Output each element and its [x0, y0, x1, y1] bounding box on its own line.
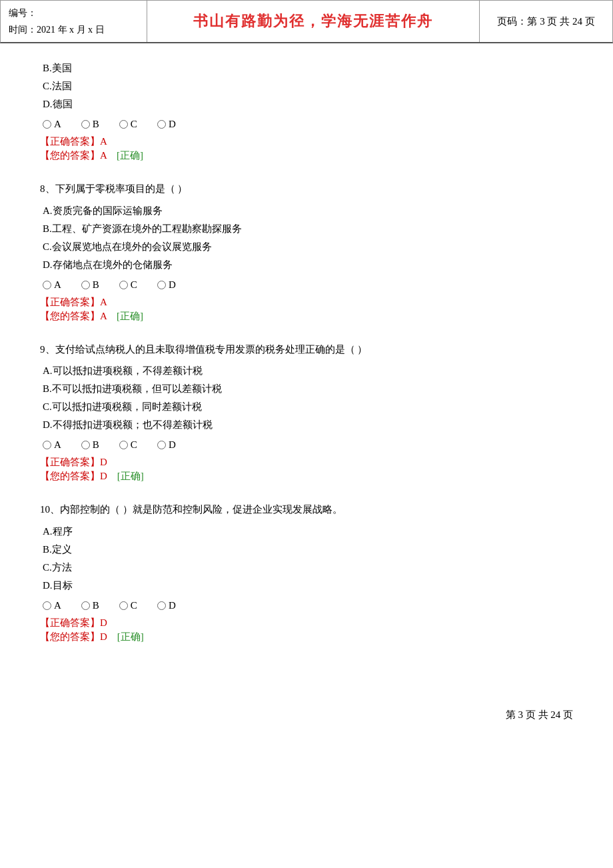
question-block-9: 9、支付给试点纳税人的且未取得增值税专用发票的税务处理正确的是（ ） A.可以抵… — [40, 341, 573, 483]
q10-option-d: D.目标 — [43, 577, 573, 595]
q10-radio-circle-c — [119, 601, 128, 610]
q7-option-c: C.法国 — [43, 77, 573, 95]
q10-question: 10、内部控制的（ ）就是防范和控制风险，促进企业实现发展战略。 — [40, 501, 573, 519]
q9-option-c: C.可以抵扣进项税额，同时差额计税 — [43, 398, 573, 416]
header-left: 编号： 时间：2021 年 x 月 x 日 — [1, 1, 147, 42]
q7-radio-a[interactable]: A — [43, 119, 61, 130]
q10-option-c: C.方法 — [43, 559, 573, 577]
q7-radio-label-b: B — [93, 119, 99, 130]
q10-radio-row: A B C D — [43, 600, 573, 611]
q7-radio-label-c: C — [131, 119, 137, 130]
q8-radio-circle-a — [43, 281, 51, 289]
q9-option-b: B.不可以抵扣进项税额，但可以差额计税 — [43, 380, 573, 398]
q8-radio-a[interactable]: A — [43, 279, 61, 291]
content-area: B.美国 C.法国 D.德国 A B C D 【正确答案】A 【您的答案】A — [0, 59, 613, 689]
q10-radio-circle-a — [43, 601, 51, 610]
q9-radio-label-a: A — [54, 439, 61, 451]
q10-your-answer: 【您的答案】D [正确] — [40, 631, 573, 643]
question-block-10: 10、内部控制的（ ）就是防范和控制风险，促进企业实现发展战略。 A.程序 B.… — [40, 501, 573, 643]
page-header: 编号： 时间：2021 年 x 月 x 日 书山有路勤为径，学海无涯苦作舟 页码… — [0, 0, 613, 43]
q8-your-answer: 【您的答案】A [正确] — [40, 310, 573, 323]
q9-radio-circle-b — [81, 441, 90, 449]
biaohao-label: 编号： — [9, 5, 139, 21]
q9-radio-a[interactable]: A — [43, 439, 61, 451]
q7-radio-b[interactable]: B — [81, 119, 99, 130]
q8-radio-label-d: D — [169, 279, 176, 291]
q8-radio-label-b: B — [93, 279, 99, 291]
q8-radio-circle-d — [157, 281, 166, 289]
q7-radio-d[interactable]: D — [157, 119, 176, 130]
q10-option-a: A.程序 — [43, 523, 573, 541]
q8-option-d: D.存储地点在境外的仓储服务 — [43, 256, 573, 274]
q10-radio-label-c: C — [131, 600, 137, 611]
q10-radio-label-d: D — [169, 600, 176, 611]
page-footer: 第 3 页 共 24 页 — [0, 702, 613, 728]
header-right: 页码：第 3 页 共 24 页 — [479, 1, 612, 42]
q8-option-c: C.会议展览地点在境外的会议展览服务 — [43, 238, 573, 256]
q9-radio-label-c: C — [131, 439, 137, 451]
q9-radio-circle-a — [43, 441, 51, 449]
q9-radio-d[interactable]: D — [157, 439, 176, 451]
q7-option-b: B.美国 — [43, 59, 573, 77]
q10-radio-b[interactable]: B — [81, 600, 99, 611]
q8-radio-label-a: A — [54, 279, 61, 291]
q10-radio-label-a: A — [54, 600, 61, 611]
q9-radio-label-d: D — [169, 439, 176, 451]
q7-radio-circle-a — [43, 120, 51, 129]
q9-radio-c[interactable]: C — [119, 439, 137, 451]
q10-radio-c[interactable]: C — [119, 600, 137, 611]
footer-text: 第 3 页 共 24 页 — [506, 709, 573, 720]
q9-your-answer: 【您的答案】D [正确] — [40, 470, 573, 483]
time-label: 时间：2021 年 x 月 x 日 — [9, 21, 139, 38]
q8-correct-answer: 【正确答案】A — [40, 296, 573, 309]
q8-radio-d[interactable]: D — [157, 279, 176, 291]
q8-option-a: A.资质完备的国际运输服务 — [43, 202, 573, 220]
q10-radio-d[interactable]: D — [157, 600, 176, 611]
q10-status: [正确] — [117, 631, 144, 642]
q7-correct-answer: 【正确答案】A — [40, 135, 573, 148]
q9-radio-circle-d — [157, 441, 166, 449]
q7-radio-circle-b — [81, 120, 90, 129]
q9-option-d: D.不得抵扣进项税额；也不得差额计税 — [43, 416, 573, 434]
q8-radio-c[interactable]: C — [119, 279, 137, 291]
q8-radio-circle-b — [81, 281, 90, 289]
q9-radio-row: A B C D — [43, 439, 573, 451]
question-block-7: B.美国 C.法国 D.德国 A B C D 【正确答案】A 【您的答案】A — [40, 59, 573, 162]
header-center: 书山有路勤为径，学海无涯苦作舟 — [147, 1, 479, 42]
q10-radio-a[interactable]: A — [43, 600, 61, 611]
q9-radio-b[interactable]: B — [81, 439, 99, 451]
slogan: 书山有路勤为径，学海无涯苦作舟 — [193, 11, 433, 31]
q9-question: 9、支付给试点纳税人的且未取得增值税专用发票的税务处理正确的是（ ） — [40, 341, 573, 359]
q8-radio-label-c: C — [131, 279, 137, 291]
q10-radio-circle-b — [81, 601, 90, 610]
q8-radio-circle-c — [119, 281, 128, 289]
q8-radio-b[interactable]: B — [81, 279, 99, 291]
q9-radio-label-b: B — [93, 439, 99, 451]
q8-status: [正确] — [117, 311, 143, 321]
q8-question: 8、下列属于零税率项目的是（ ） — [40, 181, 573, 198]
q7-option-d: D.德国 — [43, 95, 573, 113]
page-info: 页码：第 3 页 共 24 页 — [497, 15, 594, 28]
q10-radio-label-b: B — [93, 600, 99, 611]
q7-radio-circle-c — [119, 120, 128, 129]
q7-radio-row: A B C D — [43, 119, 573, 130]
q7-status: [正确] — [117, 150, 143, 161]
q10-radio-circle-d — [157, 601, 166, 610]
q7-radio-circle-d — [157, 120, 166, 129]
q7-radio-label-d: D — [169, 119, 176, 130]
q8-option-b: B.工程、矿产资源在境外的工程勘察勘探服务 — [43, 220, 573, 238]
q8-radio-row: A B C D — [43, 279, 573, 291]
q9-correct-answer: 【正确答案】D — [40, 456, 573, 469]
q9-status: [正确] — [117, 471, 144, 481]
q10-option-b: B.定义 — [43, 541, 573, 559]
q7-radio-label-a: A — [54, 119, 61, 130]
q9-option-a: A.可以抵扣进项税额，不得差额计税 — [43, 362, 573, 380]
question-block-8: 8、下列属于零税率项目的是（ ） A.资质完备的国际运输服务 B.工程、矿产资源… — [40, 181, 573, 323]
q10-correct-answer: 【正确答案】D — [40, 617, 573, 629]
q7-radio-c[interactable]: C — [119, 119, 137, 130]
q9-radio-circle-c — [119, 441, 128, 449]
q7-your-answer: 【您的答案】A [正确] — [40, 149, 573, 162]
